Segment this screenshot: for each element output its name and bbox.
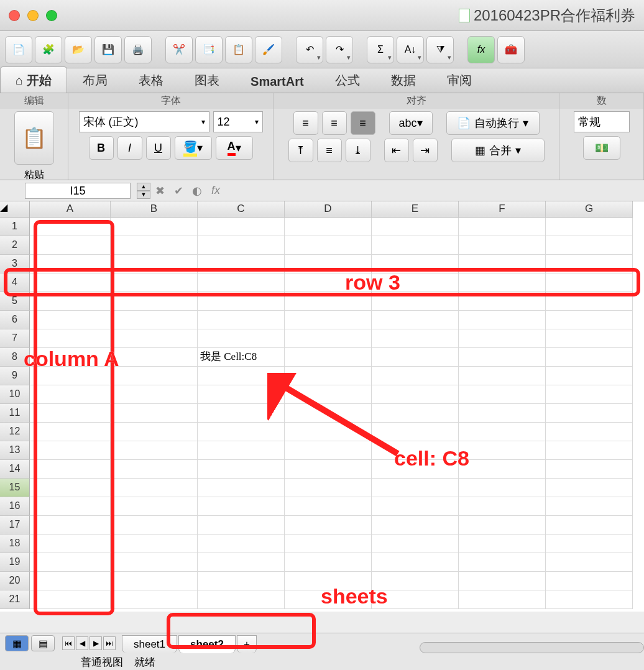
cell[interactable] — [30, 535, 111, 553]
cell[interactable] — [111, 218, 198, 236]
cell[interactable] — [285, 423, 372, 441]
cell[interactable] — [198, 385, 285, 404]
row-header-12[interactable]: 12 — [0, 423, 30, 441]
tab-data[interactable]: 数据 — [375, 67, 431, 93]
cell[interactable] — [546, 516, 633, 535]
cell[interactable] — [546, 404, 633, 423]
cell[interactable] — [546, 590, 633, 609]
cell[interactable] — [546, 572, 633, 590]
cell[interactable] — [285, 236, 372, 255]
cell[interactable] — [285, 460, 372, 479]
align-center-button[interactable]: ≡ — [322, 111, 347, 135]
gallery-button[interactable]: 🧩 — [35, 36, 62, 63]
cell[interactable] — [30, 460, 111, 479]
cell[interactable] — [111, 516, 198, 535]
cell[interactable] — [30, 273, 111, 292]
cell[interactable] — [285, 311, 372, 329]
cell[interactable] — [30, 590, 111, 609]
cell[interactable] — [198, 553, 285, 572]
cell[interactable] — [546, 255, 633, 273]
fx-button[interactable]: fx — [467, 36, 495, 63]
cell[interactable] — [372, 479, 459, 497]
cell[interactable] — [372, 329, 459, 348]
align-left-button[interactable]: ≡ — [293, 111, 318, 135]
cell[interactable] — [30, 423, 111, 441]
cell[interactable] — [459, 535, 546, 553]
cell[interactable] — [459, 292, 546, 311]
cell[interactable] — [459, 590, 546, 609]
cell[interactable] — [546, 423, 633, 441]
cell[interactable] — [111, 423, 198, 441]
fill-color-button[interactable]: 🪣 ▾ — [175, 136, 212, 160]
cell[interactable] — [372, 236, 459, 255]
row-header-2[interactable]: 2 — [0, 236, 30, 255]
cell[interactable] — [198, 367, 285, 385]
cell[interactable] — [30, 479, 111, 497]
cell[interactable] — [198, 236, 285, 255]
select-all-corner[interactable]: ◢ — [0, 201, 30, 218]
cancel-formula-button[interactable]: ✖ — [150, 183, 169, 199]
cell[interactable] — [459, 553, 546, 572]
row-header-5[interactable]: 5 — [0, 292, 30, 311]
cell[interactable] — [111, 367, 198, 385]
cell[interactable] — [198, 535, 285, 553]
tab-smartart[interactable]: SmartArt — [235, 69, 320, 93]
cell[interactable] — [459, 516, 546, 535]
cell[interactable] — [546, 497, 633, 516]
cell[interactable] — [372, 292, 459, 311]
open-button[interactable]: 📂 — [65, 36, 92, 63]
font-size-combo[interactable]: 12▾ — [213, 111, 263, 132]
align-bottom-button[interactable]: ⤓ — [346, 139, 370, 162]
cell[interactable] — [198, 479, 285, 497]
cell[interactable] — [459, 255, 546, 273]
row-header-14[interactable]: 14 — [0, 460, 30, 479]
cell[interactable] — [459, 311, 546, 329]
row-header-11[interactable]: 11 — [0, 404, 30, 423]
cell[interactable] — [285, 404, 372, 423]
cell[interactable] — [372, 311, 459, 329]
cell[interactable] — [546, 479, 633, 497]
zoom-window-button[interactable] — [46, 10, 57, 21]
row-header-17[interactable]: 17 — [0, 516, 30, 535]
cell[interactable] — [111, 479, 198, 497]
cell[interactable] — [198, 273, 285, 292]
cell[interactable] — [372, 404, 459, 423]
cell[interactable] — [111, 273, 198, 292]
cell[interactable] — [30, 553, 111, 572]
cell[interactable] — [546, 367, 633, 385]
row-header-7[interactable]: 7 — [0, 329, 30, 348]
cell[interactable] — [546, 311, 633, 329]
cell[interactable] — [546, 535, 633, 553]
cell[interactable] — [198, 441, 285, 460]
cell[interactable] — [111, 497, 198, 516]
tab-layout[interactable]: 布局 — [67, 67, 123, 93]
cell[interactable] — [198, 404, 285, 423]
fx-label[interactable]: fx — [206, 183, 225, 199]
cell[interactable] — [111, 572, 198, 590]
cell[interactable] — [198, 311, 285, 329]
row-header-19[interactable]: 19 — [0, 553, 30, 572]
cell[interactable] — [198, 590, 285, 609]
sheet-tab-2[interactable]: sheet2 — [178, 635, 236, 653]
row-header-3[interactable]: 3 — [0, 255, 30, 273]
cell[interactable] — [285, 348, 372, 367]
name-box-stepper[interactable]: ▲▼ — [137, 183, 150, 199]
cell[interactable] — [285, 479, 372, 497]
cell[interactable] — [459, 385, 546, 404]
cell[interactable] — [459, 367, 546, 385]
row-header-16[interactable]: 16 — [0, 497, 30, 516]
cell[interactable] — [546, 460, 633, 479]
cell[interactable] — [111, 329, 198, 348]
font-color-button[interactable]: A ▾ — [216, 136, 253, 160]
align-top-button[interactable]: ⤒ — [288, 139, 313, 162]
cell[interactable] — [198, 423, 285, 441]
cell[interactable] — [30, 329, 111, 348]
cell[interactable] — [285, 516, 372, 535]
col-header-B[interactable]: B — [111, 201, 198, 218]
cell[interactable] — [459, 423, 546, 441]
col-header-E[interactable]: E — [372, 201, 459, 218]
print-button[interactable]: 🖨️ — [124, 36, 152, 63]
cell[interactable] — [459, 460, 546, 479]
cell[interactable] — [30, 255, 111, 273]
cell[interactable] — [459, 404, 546, 423]
